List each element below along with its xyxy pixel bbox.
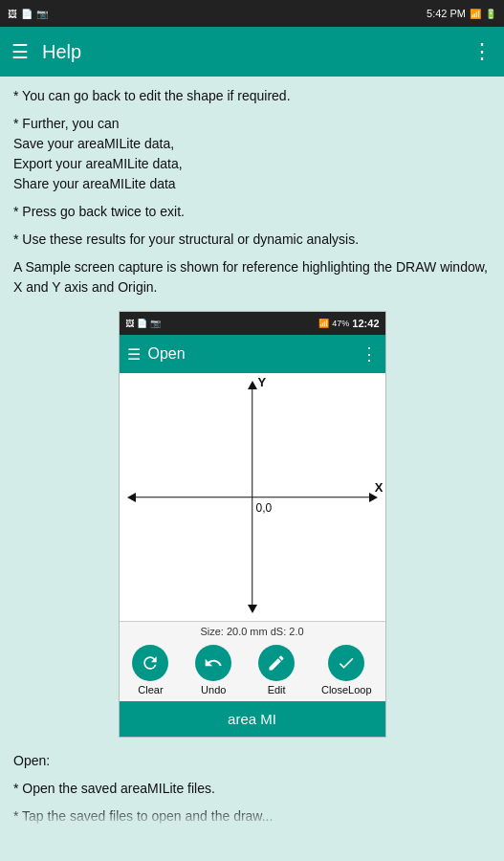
status-bar-left: 🖼 📄 📷 xyxy=(8,9,48,19)
y-axis-label: Y xyxy=(258,375,267,389)
arrow-y-top xyxy=(248,381,257,389)
open-section: Open: * Open the saved areaMILite files.… xyxy=(13,751,491,827)
undo-icon xyxy=(195,645,231,681)
inner-toolbar: Clear Undo Edit xyxy=(120,639,385,701)
inner-file-icon: 📄 xyxy=(137,319,147,328)
signal-icon: 📶 xyxy=(470,9,481,19)
edit-label: Edit xyxy=(268,684,286,695)
hamburger-icon[interactable]: ☰ xyxy=(11,40,29,63)
help-line-2: * Further, you can Save your areaMILite … xyxy=(13,114,491,194)
arrow-y-bottom xyxy=(248,605,257,613)
inner-more-icon: ⋮ xyxy=(361,343,378,364)
inner-status-bar: 🖼 📄 📷 📶 47% 12:42 xyxy=(120,312,385,335)
help-text-block: * You can go back to edit the shape if r… xyxy=(13,86,491,298)
closeloop-label: CloseLoop xyxy=(321,684,372,695)
status-time: 5:42 PM xyxy=(427,8,466,19)
inner-status-icons-right: 📶 47% 12:42 xyxy=(318,318,379,329)
inner-battery-label: 47% xyxy=(332,319,349,328)
inner-image-icon: 🖼 xyxy=(125,319,134,328)
edit-icon xyxy=(258,645,295,681)
file-icon: 📄 xyxy=(21,9,33,19)
x-axis xyxy=(129,497,376,498)
edit-button[interactable]: Edit xyxy=(258,645,295,695)
clear-button[interactable]: Clear xyxy=(132,645,168,695)
arrow-x-left xyxy=(127,493,136,502)
size-label: Size: 20.0 mm dS: 2.0 xyxy=(120,622,385,639)
undo-button[interactable]: Undo xyxy=(195,645,231,695)
more-options-icon[interactable]: ⋮ xyxy=(471,39,493,64)
inner-status-icons-left: 🖼 📄 📷 xyxy=(125,319,161,328)
inner-camera-icon: 📷 xyxy=(150,319,161,328)
open-heading: Open: xyxy=(13,751,491,771)
open-desc: * Open the saved areaMILite files. xyxy=(13,779,491,799)
page-title: Help xyxy=(42,41,81,63)
inner-hamburger-icon: ☰ xyxy=(127,345,141,364)
origin-label: 0,0 xyxy=(256,501,273,515)
inner-header-title: Open xyxy=(148,345,186,363)
inner-header: ☰ Open ⋮ xyxy=(120,335,385,373)
app-header: ☰ Help ⋮ xyxy=(0,27,504,77)
help-line-4: * Use these results for your structural … xyxy=(13,230,491,250)
inner-time: 12:42 xyxy=(352,318,379,329)
camera-icon: 📷 xyxy=(36,9,48,19)
more-help: Open: * Open the saved areaMILite files.… xyxy=(13,751,491,827)
x-axis-label: X xyxy=(375,480,383,495)
closeloop-button[interactable]: CloseLoop xyxy=(321,645,372,695)
image-icon: 🖼 xyxy=(8,9,17,19)
status-bar: 🖼 📄 📷 5:42 PM 📶 🔋 xyxy=(0,0,504,27)
help-line-1: * You can go back to edit the shape if r… xyxy=(13,86,491,106)
sample-capture: 🖼 📄 📷 📶 47% 12:42 ☰ Open ⋮ xyxy=(119,311,386,738)
undo-label: Undo xyxy=(201,684,226,695)
help-content: * You can go back to edit the shape if r… xyxy=(0,77,504,848)
status-bar-right: 5:42 PM 📶 🔋 xyxy=(427,8,496,19)
closeloop-icon xyxy=(328,645,364,681)
draw-canvas: Y X 0,0 xyxy=(120,373,385,621)
battery-icon: 🔋 xyxy=(485,9,496,19)
tap-line: * Tap the saved files to open and the dr… xyxy=(13,806,491,827)
header-left: ☰ Help xyxy=(11,40,81,63)
draw-area: Y X 0,0 xyxy=(120,373,385,622)
inner-wifi-icon: 📶 xyxy=(318,319,329,328)
clear-label: Clear xyxy=(138,684,163,695)
help-line-3: * Press go back twice to exit. xyxy=(13,202,491,222)
clear-icon xyxy=(132,645,168,681)
area-mi-bar: area MI xyxy=(120,701,385,737)
help-line-5: A Sample screen capture is shown for ref… xyxy=(13,257,491,298)
